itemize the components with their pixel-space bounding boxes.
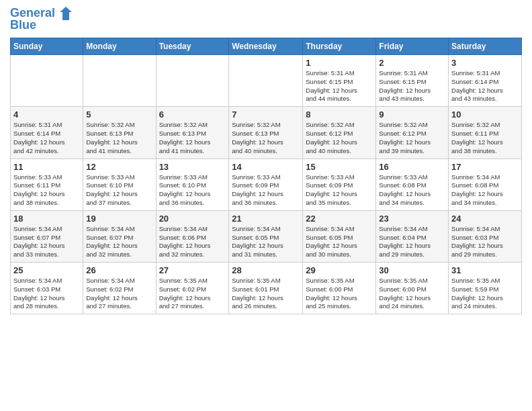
day-number: 21 (232, 214, 300, 224)
day-number: 10 (451, 109, 519, 120)
day-number: 23 (379, 214, 445, 224)
day-info: Sunrise: 5:31 AM Sunset: 6:14 PM Dayligh… (451, 69, 519, 103)
calendar-cell: 29Sunrise: 5:35 AM Sunset: 6:00 PM Dayli… (303, 263, 376, 314)
day-number: 2 (379, 58, 445, 68)
calendar-cell: 20Sunrise: 5:34 AM Sunset: 6:06 PM Dayli… (156, 210, 229, 262)
day-info: Sunrise: 5:32 AM Sunset: 6:13 PM Dayligh… (232, 121, 300, 155)
calendar-cell: 22Sunrise: 5:34 AM Sunset: 6:05 PM Dayli… (303, 210, 376, 262)
day-info: Sunrise: 5:34 AM Sunset: 6:06 PM Dayligh… (159, 225, 226, 259)
day-info: Sunrise: 5:31 AM Sunset: 6:15 PM Dayligh… (379, 69, 445, 103)
calendar-cell: 15Sunrise: 5:33 AM Sunset: 6:09 PM Dayli… (303, 158, 376, 210)
week-row-5: 25Sunrise: 5:34 AM Sunset: 6:03 PM Dayli… (11, 263, 522, 314)
header-cell-friday: Friday (376, 38, 449, 55)
calendar-cell: 31Sunrise: 5:35 AM Sunset: 5:59 PM Dayli… (449, 263, 522, 314)
day-info: Sunrise: 5:33 AM Sunset: 6:10 PM Dayligh… (159, 173, 226, 208)
header-cell-thursday: Thursday (303, 38, 376, 55)
calendar-cell: 7Sunrise: 5:32 AM Sunset: 6:13 PM Daylig… (229, 107, 303, 158)
calendar-cell: 16Sunrise: 5:33 AM Sunset: 6:08 PM Dayli… (376, 158, 449, 210)
day-number: 12 (86, 162, 152, 172)
week-row-2: 4Sunrise: 5:31 AM Sunset: 6:14 PM Daylig… (11, 107, 522, 158)
calendar-cell: 13Sunrise: 5:33 AM Sunset: 6:10 PM Dayli… (156, 158, 229, 210)
day-number: 28 (232, 265, 300, 275)
day-number: 3 (451, 58, 519, 68)
day-number: 27 (159, 265, 226, 275)
calendar-cell: 6Sunrise: 5:32 AM Sunset: 6:13 PM Daylig… (156, 107, 229, 158)
logo-icon (60, 7, 72, 20)
day-info: Sunrise: 5:32 AM Sunset: 6:12 PM Dayligh… (379, 121, 445, 155)
day-number: 7 (232, 109, 300, 120)
calendar-cell: 2Sunrise: 5:31 AM Sunset: 6:15 PM Daylig… (376, 55, 449, 107)
day-info: Sunrise: 5:33 AM Sunset: 6:09 PM Dayligh… (232, 173, 300, 208)
logo: General Blue (10, 7, 72, 32)
day-info: Sunrise: 5:34 AM Sunset: 6:07 PM Dayligh… (86, 225, 152, 259)
day-info: Sunrise: 5:34 AM Sunset: 6:03 PM Dayligh… (13, 277, 80, 311)
day-number: 1 (306, 58, 373, 68)
calendar-cell: 1Sunrise: 5:31 AM Sunset: 6:15 PM Daylig… (303, 55, 376, 107)
page-header: General Blue (10, 7, 522, 32)
day-number: 11 (13, 162, 80, 172)
day-info: Sunrise: 5:35 AM Sunset: 6:01 PM Dayligh… (232, 277, 300, 311)
calendar-cell (229, 55, 303, 107)
day-info: Sunrise: 5:34 AM Sunset: 6:03 PM Dayligh… (451, 225, 519, 259)
calendar-cell: 17Sunrise: 5:34 AM Sunset: 6:08 PM Dayli… (449, 158, 522, 210)
calendar-cell: 24Sunrise: 5:34 AM Sunset: 6:03 PM Dayli… (449, 210, 522, 262)
day-info: Sunrise: 5:33 AM Sunset: 6:08 PM Dayligh… (379, 173, 445, 208)
day-info: Sunrise: 5:32 AM Sunset: 6:13 PM Dayligh… (159, 121, 226, 155)
calendar-cell: 25Sunrise: 5:34 AM Sunset: 6:03 PM Dayli… (11, 263, 83, 314)
day-number: 22 (306, 214, 373, 224)
calendar-cell: 9Sunrise: 5:32 AM Sunset: 6:12 PM Daylig… (376, 107, 449, 158)
day-number: 6 (159, 109, 226, 120)
day-number: 14 (232, 162, 300, 172)
calendar-table: SundayMondayTuesdayWednesdayThursdayFrid… (10, 38, 522, 314)
day-info: Sunrise: 5:31 AM Sunset: 6:15 PM Dayligh… (306, 69, 373, 103)
calendar-cell: 14Sunrise: 5:33 AM Sunset: 6:09 PM Dayli… (229, 158, 303, 210)
calendar-cell: 11Sunrise: 5:33 AM Sunset: 6:11 PM Dayli… (11, 158, 83, 210)
day-info: Sunrise: 5:32 AM Sunset: 6:12 PM Dayligh… (306, 121, 373, 155)
calendar-cell (11, 55, 83, 107)
day-number: 15 (306, 162, 373, 172)
calendar-cell: 27Sunrise: 5:35 AM Sunset: 6:02 PM Dayli… (156, 263, 229, 314)
day-info: Sunrise: 5:31 AM Sunset: 6:14 PM Dayligh… (13, 121, 80, 155)
day-number: 18 (13, 214, 80, 224)
day-info: Sunrise: 5:33 AM Sunset: 6:10 PM Dayligh… (86, 173, 152, 208)
calendar-cell (156, 55, 229, 107)
day-number: 5 (86, 109, 152, 120)
calendar-cell: 19Sunrise: 5:34 AM Sunset: 6:07 PM Dayli… (83, 210, 156, 262)
logo-line2: Blue (10, 19, 72, 32)
day-number: 4 (13, 109, 80, 120)
week-row-3: 11Sunrise: 5:33 AM Sunset: 6:11 PM Dayli… (11, 158, 522, 210)
day-info: Sunrise: 5:35 AM Sunset: 5:59 PM Dayligh… (451, 277, 519, 311)
day-number: 20 (159, 214, 226, 224)
day-number: 30 (379, 265, 445, 275)
day-number: 8 (306, 109, 373, 120)
calendar-cell: 30Sunrise: 5:35 AM Sunset: 6:00 PM Dayli… (376, 263, 449, 314)
header-cell-tuesday: Tuesday (156, 38, 229, 55)
day-number: 17 (451, 162, 519, 172)
day-number: 25 (13, 265, 80, 275)
calendar-cell: 8Sunrise: 5:32 AM Sunset: 6:12 PM Daylig… (303, 107, 376, 158)
calendar-cell: 4Sunrise: 5:31 AM Sunset: 6:14 PM Daylig… (11, 107, 83, 158)
header-cell-wednesday: Wednesday (229, 38, 303, 55)
calendar-cell: 23Sunrise: 5:34 AM Sunset: 6:04 PM Dayli… (376, 210, 449, 262)
day-info: Sunrise: 5:34 AM Sunset: 6:05 PM Dayligh… (306, 225, 373, 259)
week-row-4: 18Sunrise: 5:34 AM Sunset: 6:07 PM Dayli… (11, 210, 522, 262)
calendar-cell: 28Sunrise: 5:35 AM Sunset: 6:01 PM Dayli… (229, 263, 303, 314)
day-number: 19 (86, 214, 152, 224)
day-number: 26 (86, 265, 152, 275)
header-cell-saturday: Saturday (449, 38, 522, 55)
day-number: 13 (159, 162, 226, 172)
calendar-cell: 12Sunrise: 5:33 AM Sunset: 6:10 PM Dayli… (83, 158, 156, 210)
day-info: Sunrise: 5:33 AM Sunset: 6:11 PM Dayligh… (13, 173, 80, 208)
svg-marker-0 (60, 7, 72, 20)
day-info: Sunrise: 5:32 AM Sunset: 6:11 PM Dayligh… (451, 121, 519, 155)
day-info: Sunrise: 5:34 AM Sunset: 6:04 PM Dayligh… (379, 225, 445, 259)
calendar-cell: 26Sunrise: 5:34 AM Sunset: 6:02 PM Dayli… (83, 263, 156, 314)
day-info: Sunrise: 5:35 AM Sunset: 6:02 PM Dayligh… (159, 277, 226, 311)
calendar-cell: 5Sunrise: 5:32 AM Sunset: 6:13 PM Daylig… (83, 107, 156, 158)
calendar-cell (83, 55, 156, 107)
calendar-cell: 21Sunrise: 5:34 AM Sunset: 6:05 PM Dayli… (229, 210, 303, 262)
day-number: 16 (379, 162, 445, 172)
header-cell-sunday: Sunday (11, 38, 83, 55)
day-info: Sunrise: 5:32 AM Sunset: 6:13 PM Dayligh… (86, 121, 152, 155)
calendar-cell: 18Sunrise: 5:34 AM Sunset: 6:07 PM Dayli… (11, 210, 83, 262)
